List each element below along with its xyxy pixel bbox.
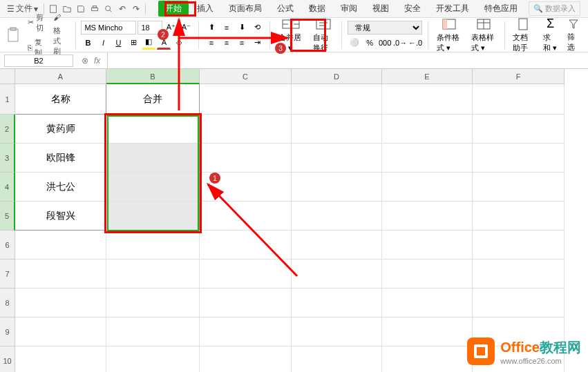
currency-button[interactable]: ⚪: [348, 36, 361, 50]
cell-A7[interactable]: [15, 260, 106, 288]
row-header-4[interactable]: 4: [0, 173, 15, 202]
cell-A8[interactable]: [15, 288, 106, 317]
cell-E5[interactable]: [382, 202, 473, 231]
select-all-corner[interactable]: [0, 69, 15, 84]
percent-button[interactable]: %: [363, 36, 377, 50]
cell-E10[interactable]: [382, 346, 473, 372]
col-header-C[interactable]: C: [200, 69, 292, 84]
underline-button[interactable]: U: [111, 36, 125, 50]
clear-format-button[interactable]: ◇: [172, 36, 186, 50]
cell-D8[interactable]: [292, 288, 382, 317]
tab-review[interactable]: 审阅: [334, 0, 364, 17]
cell-C2[interactable]: [200, 115, 292, 144]
align-middle-button[interactable]: ≡: [220, 21, 234, 35]
preview-icon[interactable]: [102, 3, 115, 15]
cell-F1[interactable]: [473, 84, 565, 115]
cell-B6[interactable]: [106, 231, 200, 260]
row-header-8[interactable]: 8: [0, 288, 15, 317]
row-header-1[interactable]: 1: [0, 84, 15, 115]
increase-decimal-button[interactable]: .0→: [393, 36, 407, 50]
cell-C1[interactable]: [200, 84, 292, 115]
cell-F2[interactable]: [473, 115, 565, 144]
cell-C10[interactable]: [200, 346, 292, 372]
cell-F4[interactable]: [473, 173, 565, 202]
cell-D7[interactable]: [292, 260, 382, 288]
cell-F8[interactable]: [473, 288, 565, 317]
cell-E6[interactable]: [382, 231, 473, 260]
cell-B7[interactable]: [106, 260, 200, 288]
undo-icon[interactable]: ↶: [116, 3, 129, 15]
cell-A10[interactable]: [15, 346, 106, 372]
cell-C8[interactable]: [200, 288, 292, 317]
save-icon[interactable]: [75, 3, 87, 15]
row-header-10[interactable]: 10: [0, 346, 15, 372]
cell-E3[interactable]: [382, 144, 473, 173]
indent-button[interactable]: ⇥: [250, 36, 264, 50]
cell-D6[interactable]: [292, 231, 382, 260]
row-header-7[interactable]: 7: [0, 260, 15, 288]
col-header-E[interactable]: E: [382, 69, 473, 84]
row-header-6[interactable]: 6: [0, 231, 15, 260]
cut-button[interactable]: ✂ 剪切: [25, 11, 46, 35]
cell-C3[interactable]: [200, 144, 292, 173]
tab-insert[interactable]: 插入: [190, 0, 220, 17]
cell-A3[interactable]: 欧阳锋: [15, 144, 106, 173]
format-painter-label-button[interactable]: 格式刷: [50, 24, 70, 58]
row-header-5[interactable]: 5: [0, 202, 15, 231]
align-bottom-button[interactable]: ⬇: [235, 21, 249, 35]
fill-color-button[interactable]: ◧: [142, 36, 155, 50]
cancel-icon[interactable]: ⊗: [82, 56, 88, 66]
tab-formula[interactable]: 公式: [270, 0, 301, 17]
align-left-button[interactable]: ≡: [205, 36, 218, 50]
align-center-button[interactable]: ≡: [220, 36, 234, 50]
row-header-3[interactable]: 3: [0, 144, 15, 173]
comma-button[interactable]: 000: [378, 36, 392, 50]
auto-wrap-button[interactable]: 自动换行: [310, 16, 336, 55]
cell-F5[interactable]: [473, 202, 565, 231]
border-button[interactable]: ⊞: [126, 36, 140, 50]
cell-E2[interactable]: [382, 115, 473, 144]
table-style-button[interactable]: 表格样式 ▾: [468, 16, 499, 55]
cell-D9[interactable]: [292, 317, 382, 346]
cell-F6[interactable]: [473, 231, 565, 260]
cell-B1[interactable]: 合并: [106, 84, 200, 115]
col-header-B[interactable]: B: [106, 69, 200, 84]
redo-icon[interactable]: ↷: [130, 3, 142, 15]
cell-D1[interactable]: [292, 84, 382, 115]
name-box[interactable]: [4, 55, 73, 67]
cell-D4[interactable]: [292, 173, 382, 202]
orientation-button[interactable]: ⟲: [250, 21, 264, 35]
tab-special[interactable]: 特色应用: [477, 0, 524, 17]
cell-B8[interactable]: [106, 288, 200, 317]
bold-button[interactable]: B: [81, 36, 95, 50]
tab-developer[interactable]: 开发工具: [429, 0, 476, 17]
cell-A6[interactable]: [15, 231, 106, 260]
cell-A4[interactable]: 洪七公: [15, 173, 106, 202]
cell-C9[interactable]: [200, 317, 292, 346]
tab-security[interactable]: 安全: [397, 0, 428, 17]
cell-C6[interactable]: [200, 231, 292, 260]
tab-start[interactable]: 开始: [158, 1, 189, 17]
cell-E9[interactable]: [382, 317, 473, 346]
font-name-select[interactable]: [81, 21, 136, 35]
cell-F3[interactable]: [473, 144, 565, 173]
format-painter-button[interactable]: 🖌: [50, 12, 70, 23]
cell-A2[interactable]: 黄药师: [15, 115, 106, 144]
decrease-font-button[interactable]: A⁻: [179, 21, 193, 35]
cond-format-button[interactable]: 条件格式 ▾: [434, 16, 464, 55]
cell-B9[interactable]: [106, 317, 200, 346]
cell-B4[interactable]: [106, 173, 200, 202]
cell-E1[interactable]: [382, 84, 473, 115]
cell-E8[interactable]: [382, 288, 473, 317]
row-header-9[interactable]: 9: [0, 317, 15, 346]
cell-B2[interactable]: [106, 115, 200, 144]
cell-D2[interactable]: [292, 115, 382, 144]
cell-B3[interactable]: [106, 144, 200, 173]
cell-D3[interactable]: [292, 144, 382, 173]
decrease-decimal-button[interactable]: ←.0: [408, 36, 422, 50]
cell-C7[interactable]: [200, 260, 292, 288]
cell-E7[interactable]: [382, 260, 473, 288]
filter-button[interactable]: 筛选: [565, 17, 582, 54]
cell-A9[interactable]: [15, 317, 106, 346]
paste-button[interactable]: [6, 21, 21, 49]
